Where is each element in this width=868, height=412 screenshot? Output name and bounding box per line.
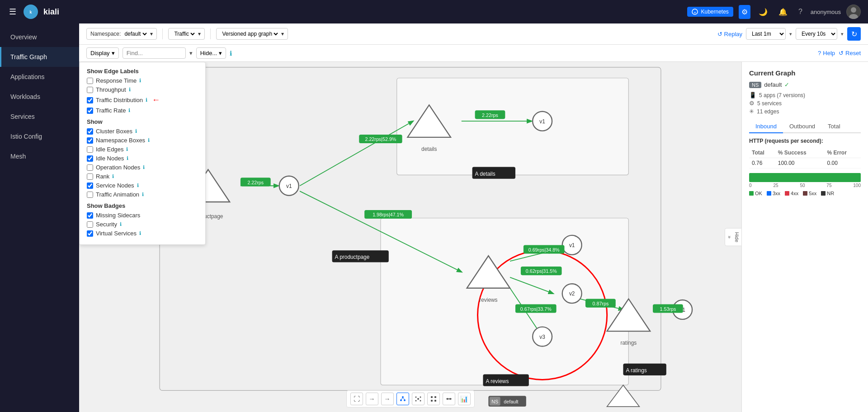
idle-edges-checkbox[interactable]	[87, 146, 93, 153]
traffic-distribution-checkbox[interactable]	[87, 97, 93, 103]
cluster-boxes-info-icon[interactable]: ℹ	[135, 128, 137, 134]
rank-info-icon[interactable]: ℹ	[112, 173, 114, 179]
table-row: 0.76 100.00 0.00	[749, 158, 861, 169]
svg-rect-85	[434, 396, 436, 398]
help-link-button[interactable]: ? Help	[818, 50, 835, 56]
svg-rect-67	[241, 178, 271, 186]
legend-3xx-dot	[767, 191, 771, 196]
response-time-checkbox[interactable]	[87, 78, 93, 84]
badges-title: Show Badges	[87, 202, 198, 209]
svg-text:reviews: reviews	[479, 297, 497, 303]
hamburger-button[interactable]: ☰	[7, 5, 18, 19]
reset-button[interactable]: ↺ Reset	[839, 50, 861, 56]
show-title: Show	[87, 118, 198, 125]
sidebar-item-overview[interactable]: Overview	[0, 27, 79, 47]
time-range-select[interactable]: Last 1m Last 5m Last 10m	[746, 28, 786, 40]
service-nodes-info-icon[interactable]: ℹ	[137, 183, 139, 188]
info-icon[interactable]: ℹ	[230, 50, 232, 57]
namespace-boxes-info-icon[interactable]: ℹ	[148, 137, 150, 143]
throughput-checkbox[interactable]	[87, 87, 93, 93]
virtual-services-info-icon[interactable]: ℹ	[139, 230, 141, 236]
traffic-selector[interactable]: Traffic ▾	[168, 28, 205, 40]
chart-button[interactable]: 📊	[458, 393, 471, 405]
tab-total[interactable]: Total	[821, 120, 846, 133]
sidebar-item-istio-config[interactable]: Istio Config	[0, 126, 79, 146]
svg-line-16	[510, 288, 542, 337]
notifications-button[interactable]: 🔔	[776, 5, 790, 19]
traffic-rate-checkbox[interactable]	[87, 108, 93, 114]
namespace-boxes-checkbox[interactable]	[87, 137, 93, 144]
security-checkbox[interactable]	[87, 221, 93, 228]
svg-rect-45	[332, 250, 389, 262]
svg-rect-63	[585, 299, 616, 308]
settings-button[interactable]: ⚙	[739, 5, 750, 19]
rank-checkbox[interactable]	[87, 173, 93, 180]
idle-edges-info-icon[interactable]: ℹ	[126, 146, 128, 152]
cluster-boxes-row: Cluster Boxes ℹ	[87, 128, 198, 135]
layout-button-3[interactable]	[427, 393, 440, 405]
k8s-cluster-badge[interactable]: ⎈ Kubernetes	[687, 7, 733, 17]
graph-type-select[interactable]: Versioned app graph	[220, 30, 279, 37]
svg-text:2.22rps|52.9%: 2.22rps|52.9%	[365, 136, 396, 142]
refresh-interval-chevron-icon: ▾	[841, 31, 844, 37]
sidebar-item-workloads[interactable]: Workloads	[0, 87, 79, 107]
idle-nodes-checkbox[interactable]	[87, 155, 93, 162]
cluster-boxes-checkbox[interactable]	[87, 128, 93, 135]
response-time-info-icon[interactable]: ℹ	[139, 78, 141, 84]
traffic-distribution-info-icon[interactable]: ℹ	[146, 97, 147, 103]
display-button[interactable]: Display ▾	[86, 47, 119, 59]
svg-text:A  reviews: A reviews	[486, 378, 509, 384]
refresh-button[interactable]: ↻	[847, 27, 861, 41]
namespace-selector[interactable]: Namespace: default ▾	[86, 28, 157, 40]
namespace-select[interactable]: default	[123, 30, 148, 37]
traffic-rate-info-icon[interactable]: ℹ	[128, 108, 130, 113]
tab-inbound[interactable]: Inbound	[749, 120, 783, 133]
operation-nodes-checkbox[interactable]	[87, 164, 93, 171]
legend-5xx-dot	[803, 191, 807, 196]
svg-rect-7	[160, 67, 661, 390]
operation-nodes-info-icon[interactable]: ℹ	[143, 164, 145, 170]
edge-layout-button-2[interactable]: →	[381, 393, 394, 405]
graph-type-selector[interactable]: Versioned app graph ▾	[216, 28, 288, 40]
traffic-distribution-row: Traffic Distribution ℹ ←	[87, 95, 198, 105]
sidebar-item-services[interactable]: Services	[0, 107, 79, 126]
apps-icon: 📱	[749, 92, 756, 98]
missing-sidecars-checkbox[interactable]	[87, 212, 93, 219]
traffic-animation-checkbox[interactable]	[87, 192, 93, 198]
svg-rect-87	[434, 400, 436, 402]
hide-panel-button[interactable]: Hide »	[741, 228, 742, 246]
help-icon: ?	[818, 50, 821, 56]
security-info-icon[interactable]: ℹ	[120, 221, 122, 227]
svg-text:NS: NS	[491, 399, 498, 404]
idle-nodes-info-icon[interactable]: ℹ	[127, 155, 128, 161]
reset-label: Reset	[845, 50, 861, 56]
layout-button-1[interactable]	[396, 393, 409, 405]
edge-layout-button-1[interactable]: →	[366, 393, 378, 405]
layout-button-2[interactable]	[412, 393, 425, 405]
content-area: Namespace: default ▾ Traffic ▾ Versioned…	[79, 23, 868, 412]
svg-text:v1: v1	[286, 183, 292, 189]
sidebar-item-traffic-graph[interactable]: Traffic Graph	[0, 47, 79, 67]
find-input[interactable]	[123, 47, 186, 59]
theme-button[interactable]: 🌙	[756, 5, 770, 19]
svg-marker-25	[408, 105, 451, 137]
tab-outbound[interactable]: Outbound	[783, 120, 821, 133]
hide-button[interactable]: Hide... ▾	[196, 47, 226, 59]
replay-button[interactable]: ↺ Replay	[717, 31, 742, 37]
sidebar-item-applications[interactable]: Applications	[0, 67, 79, 87]
traffic-select[interactable]: Traffic	[172, 30, 196, 37]
traffic-animation-info-icon[interactable]: ℹ	[142, 192, 144, 197]
chart-legend: OK 3xx 4xx 5xx	[749, 191, 861, 196]
service-nodes-checkbox[interactable]	[87, 183, 93, 189]
svg-point-89	[447, 398, 448, 400]
fullscreen-button[interactable]: ⛶	[350, 393, 363, 405]
virtual-services-checkbox[interactable]	[87, 230, 93, 237]
sidebar-item-mesh[interactable]: Mesh	[0, 146, 79, 166]
navbar: ☰ k kiali ⎈ Kubernetes ⚙ 🌙 🔔 ? anonymous	[0, 0, 868, 23]
layout-button-4[interactable]	[443, 393, 455, 405]
stat-services: ⚙ 5 services	[749, 100, 861, 107]
refresh-interval-select[interactable]: Every 10s Every 30s	[796, 28, 837, 40]
throughput-info-icon[interactable]: ℹ	[129, 87, 131, 93]
traffic-rate-label: Traffic Rate	[96, 107, 126, 114]
help-button[interactable]: ?	[796, 5, 805, 19]
